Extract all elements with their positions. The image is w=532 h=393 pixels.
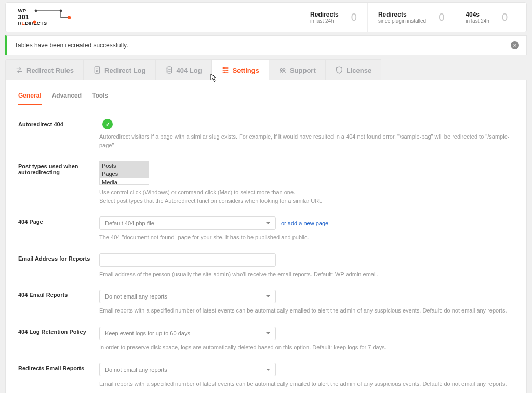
option-posts[interactable]: Posts [100, 161, 149, 170]
stat-redirects-total: Redirects since plugin installed 0 [367, 3, 455, 32]
svg-point-8 [167, 67, 171, 69]
row-404-retention: 404 Log Retention Policy Keep event logs… [18, 322, 514, 359]
svg-text:301: 301 [18, 13, 29, 21]
row-posttypes: Post types used when autoredirecting Pos… [18, 157, 514, 212]
svg-point-4 [60, 10, 62, 12]
404-retention-select[interactable]: Keep event logs for up to 60 days [99, 327, 276, 340]
posttypes-multiselect[interactable]: Posts Pages Media [99, 161, 149, 185]
tab-settings[interactable]: Settings [211, 59, 269, 80]
svg-point-3 [35, 10, 37, 12]
tab-support[interactable]: Support [269, 59, 325, 80]
autoredirect-toggle[interactable]: ✓ [102, 119, 113, 129]
svg-point-11 [224, 72, 225, 73]
document-icon [93, 66, 101, 74]
stat-404s-24h: 404s in last 24h 0 [455, 3, 518, 32]
stat-redirects-24h: Redirects in last 24h 0 [300, 3, 367, 32]
option-media[interactable]: Media [100, 178, 149, 185]
svg-point-5 [68, 16, 71, 19]
top-bar: WP 301 REDIRECTS Redirects in last 24h 0… [5, 2, 527, 32]
svg-point-12 [280, 69, 282, 71]
stats-bar: Redirects in last 24h 0 Redirects since … [300, 3, 518, 32]
subtab-advanced[interactable]: Advanced [52, 89, 82, 105]
svg-point-10 [226, 70, 228, 71]
success-notice: Tables have been recreated successfully.… [5, 35, 527, 55]
shield-icon [335, 66, 343, 74]
404-email-reports-select[interactable]: Do not email any reports [99, 290, 276, 303]
tab-license[interactable]: License [325, 59, 381, 80]
svg-text:REDIRECTS: REDIRECTS [18, 20, 47, 26]
tab-redirect-log[interactable]: Redirect Log [83, 59, 155, 80]
tab-redirect-rules[interactable]: Redirect Rules [5, 59, 83, 80]
arrows-icon [15, 66, 23, 74]
row-404-page: 404 Page Default 404.php file or add a n… [18, 212, 514, 249]
add-new-page-link[interactable]: or add a new page [281, 220, 328, 226]
sliders-icon [221, 66, 230, 74]
main-tabs: Redirect Rules Redirect Log 404 Log Sett… [5, 59, 527, 80]
row-email-address: Email Address for Reports Email address … [18, 249, 514, 286]
support-icon [278, 66, 287, 74]
settings-panel: General Advanced Tools Autoredirect 404 … [5, 80, 527, 393]
row-redirect-email-reports: Redirects Email Reports Do not email any… [18, 359, 514, 393]
option-pages[interactable]: Pages [100, 170, 149, 178]
sub-tabs: General Advanced Tools [18, 89, 514, 105]
dismiss-icon[interactable]: ✕ [511, 41, 519, 49]
notice-text: Tables have been recreated successfully. [15, 42, 128, 49]
404-page-select[interactable]: Default 404.php file [99, 216, 276, 230]
database-icon [165, 66, 174, 74]
row-autoredirect: Autoredirect 404 ✓ Autoredirect visitors… [18, 115, 514, 157]
svg-point-13 [283, 69, 285, 71]
tab-404-log[interactable]: 404 Log [155, 59, 211, 80]
logo: WP 301 REDIRECTS [14, 7, 300, 28]
redirect-email-reports-select[interactable]: Do not email any reports [99, 363, 276, 376]
row-404-email-reports: 404 Email Reports Do not email any repor… [18, 286, 514, 322]
subtab-tools[interactable]: Tools [92, 89, 108, 105]
email-input[interactable] [99, 253, 276, 267]
svg-point-6 [33, 20, 36, 23]
svg-point-9 [223, 67, 225, 69]
subtab-general[interactable]: General [18, 89, 42, 105]
